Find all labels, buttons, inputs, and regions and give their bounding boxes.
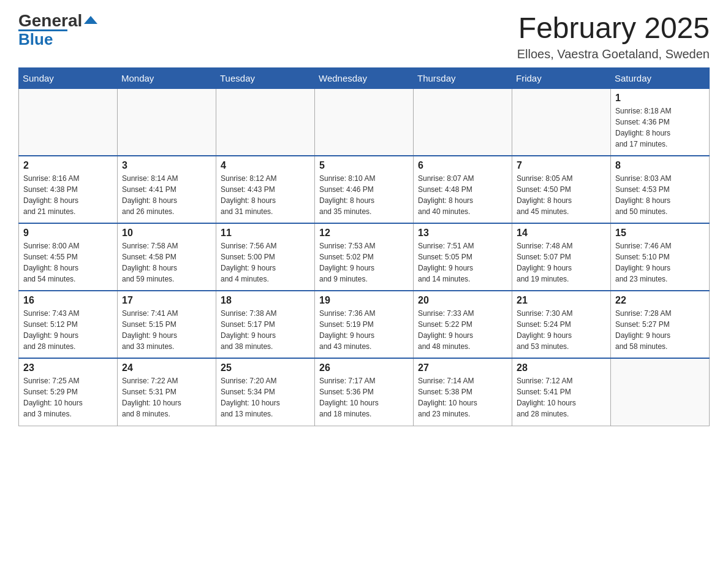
day-number: 24 xyxy=(122,362,211,373)
day-info: Sunrise: 7:17 AM Sunset: 5:36 PM Dayligh… xyxy=(319,375,409,419)
day-number: 13 xyxy=(418,228,507,239)
calendar-cell: 22Sunrise: 7:28 AM Sunset: 5:27 PM Dayli… xyxy=(611,291,710,358)
calendar-header-row: SundayMondayTuesdayWednesdayThursdayFrid… xyxy=(19,67,710,88)
day-info: Sunrise: 8:00 AM Sunset: 4:55 PM Dayligh… xyxy=(23,240,113,285)
logo-arrow-icon xyxy=(84,16,97,24)
day-number: 5 xyxy=(319,160,409,171)
calendar-cell: 18Sunrise: 7:38 AM Sunset: 5:17 PM Dayli… xyxy=(216,291,315,358)
day-number: 7 xyxy=(517,160,606,171)
day-number: 20 xyxy=(418,295,507,306)
day-number: 21 xyxy=(517,295,606,306)
day-info: Sunrise: 7:22 AM Sunset: 5:31 PM Dayligh… xyxy=(122,375,211,419)
day-number: 26 xyxy=(319,362,409,373)
calendar-cell: 4Sunrise: 8:12 AM Sunset: 4:43 PM Daylig… xyxy=(216,156,315,223)
calendar-cell xyxy=(19,88,118,156)
calendar-cell: 21Sunrise: 7:30 AM Sunset: 5:24 PM Dayli… xyxy=(512,291,611,358)
day-info: Sunrise: 7:48 AM Sunset: 5:07 PM Dayligh… xyxy=(517,240,606,285)
day-number: 22 xyxy=(615,295,705,306)
calendar-cell: 8Sunrise: 8:03 AM Sunset: 4:53 PM Daylig… xyxy=(611,156,710,223)
day-info: Sunrise: 7:14 AM Sunset: 5:38 PM Dayligh… xyxy=(418,375,507,419)
calendar-cell: 27Sunrise: 7:14 AM Sunset: 5:38 PM Dayli… xyxy=(414,358,512,426)
weekday-header-thursday: Thursday xyxy=(414,67,512,88)
day-info: Sunrise: 8:05 AM Sunset: 4:50 PM Dayligh… xyxy=(517,173,606,217)
month-title: February 2025 xyxy=(517,12,710,45)
calendar-week-row: 1Sunrise: 8:18 AM Sunset: 4:36 PM Daylig… xyxy=(19,88,710,156)
day-number: 14 xyxy=(517,228,606,239)
day-info: Sunrise: 7:58 AM Sunset: 4:58 PM Dayligh… xyxy=(122,240,211,285)
calendar-cell xyxy=(216,88,315,156)
day-info: Sunrise: 8:07 AM Sunset: 4:48 PM Dayligh… xyxy=(418,173,507,217)
calendar-cell: 5Sunrise: 8:10 AM Sunset: 4:46 PM Daylig… xyxy=(315,156,414,223)
day-info: Sunrise: 7:53 AM Sunset: 5:02 PM Dayligh… xyxy=(319,240,409,285)
day-number: 9 xyxy=(23,228,113,239)
calendar-week-row: 9Sunrise: 8:00 AM Sunset: 4:55 PM Daylig… xyxy=(19,223,710,291)
day-info: Sunrise: 8:14 AM Sunset: 4:41 PM Dayligh… xyxy=(122,173,211,217)
calendar-cell: 2Sunrise: 8:16 AM Sunset: 4:38 PM Daylig… xyxy=(19,156,118,223)
day-info: Sunrise: 7:46 AM Sunset: 5:10 PM Dayligh… xyxy=(615,240,705,285)
day-number: 2 xyxy=(23,160,113,171)
weekday-header-wednesday: Wednesday xyxy=(315,67,414,88)
day-number: 23 xyxy=(23,362,113,373)
calendar-cell: 19Sunrise: 7:36 AM Sunset: 5:19 PM Dayli… xyxy=(315,291,414,358)
calendar-cell xyxy=(315,88,414,156)
weekday-header-friday: Friday xyxy=(512,67,611,88)
day-info: Sunrise: 8:18 AM Sunset: 4:36 PM Dayligh… xyxy=(615,105,705,150)
weekday-header-monday: Monday xyxy=(118,67,216,88)
calendar-cell: 25Sunrise: 7:20 AM Sunset: 5:34 PM Dayli… xyxy=(216,358,315,426)
day-info: Sunrise: 8:03 AM Sunset: 4:53 PM Dayligh… xyxy=(615,173,705,217)
calendar-cell: 26Sunrise: 7:17 AM Sunset: 5:36 PM Dayli… xyxy=(315,358,414,426)
calendar-cell xyxy=(512,88,611,156)
calendar-table: SundayMondayTuesdayWednesdayThursdayFrid… xyxy=(18,67,710,426)
day-info: Sunrise: 7:36 AM Sunset: 5:19 PM Dayligh… xyxy=(319,308,409,352)
day-number: 12 xyxy=(319,228,409,239)
day-number: 11 xyxy=(221,228,310,239)
calendar-cell: 6Sunrise: 8:07 AM Sunset: 4:48 PM Daylig… xyxy=(414,156,512,223)
day-info: Sunrise: 7:20 AM Sunset: 5:34 PM Dayligh… xyxy=(221,375,310,419)
day-number: 6 xyxy=(418,160,507,171)
day-info: Sunrise: 8:10 AM Sunset: 4:46 PM Dayligh… xyxy=(319,173,409,217)
title-block: February 2025 Elloes, Vaestra Goetaland,… xyxy=(517,12,710,61)
calendar-cell xyxy=(118,88,216,156)
day-info: Sunrise: 8:16 AM Sunset: 4:38 PM Dayligh… xyxy=(23,173,113,217)
calendar-cell: 12Sunrise: 7:53 AM Sunset: 5:02 PM Dayli… xyxy=(315,223,414,291)
day-number: 10 xyxy=(122,228,211,239)
day-number: 19 xyxy=(319,295,409,306)
calendar-cell: 11Sunrise: 7:56 AM Sunset: 5:00 PM Dayli… xyxy=(216,223,315,291)
day-number: 28 xyxy=(517,362,606,373)
day-info: Sunrise: 7:41 AM Sunset: 5:15 PM Dayligh… xyxy=(122,308,211,352)
calendar-cell: 23Sunrise: 7:25 AM Sunset: 5:29 PM Dayli… xyxy=(19,358,118,426)
day-number: 25 xyxy=(221,362,310,373)
weekday-header-sunday: Sunday xyxy=(19,67,118,88)
day-number: 8 xyxy=(615,160,705,171)
calendar-cell xyxy=(414,88,512,156)
calendar-cell: 1Sunrise: 8:18 AM Sunset: 4:36 PM Daylig… xyxy=(611,88,710,156)
calendar-week-row: 16Sunrise: 7:43 AM Sunset: 5:12 PM Dayli… xyxy=(19,291,710,358)
day-info: Sunrise: 7:51 AM Sunset: 5:05 PM Dayligh… xyxy=(418,240,507,285)
day-info: Sunrise: 8:12 AM Sunset: 4:43 PM Dayligh… xyxy=(221,173,310,217)
day-info: Sunrise: 7:30 AM Sunset: 5:24 PM Dayligh… xyxy=(517,308,606,352)
day-info: Sunrise: 7:25 AM Sunset: 5:29 PM Dayligh… xyxy=(23,375,113,419)
calendar-cell: 24Sunrise: 7:22 AM Sunset: 5:31 PM Dayli… xyxy=(118,358,216,426)
logo: General Blue xyxy=(18,12,97,47)
calendar-week-row: 23Sunrise: 7:25 AM Sunset: 5:29 PM Dayli… xyxy=(19,358,710,426)
calendar-cell: 17Sunrise: 7:41 AM Sunset: 5:15 PM Dayli… xyxy=(118,291,216,358)
calendar-cell: 28Sunrise: 7:12 AM Sunset: 5:41 PM Dayli… xyxy=(512,358,611,426)
day-number: 4 xyxy=(221,160,310,171)
day-number: 17 xyxy=(122,295,211,306)
day-info: Sunrise: 7:12 AM Sunset: 5:41 PM Dayligh… xyxy=(517,375,606,419)
calendar-week-row: 2Sunrise: 8:16 AM Sunset: 4:38 PM Daylig… xyxy=(19,156,710,223)
logo-text-blue: Blue xyxy=(18,31,53,47)
day-info: Sunrise: 7:43 AM Sunset: 5:12 PM Dayligh… xyxy=(23,308,113,352)
calendar-cell: 9Sunrise: 8:00 AM Sunset: 4:55 PM Daylig… xyxy=(19,223,118,291)
day-number: 16 xyxy=(23,295,113,306)
calendar-cell: 14Sunrise: 7:48 AM Sunset: 5:07 PM Dayli… xyxy=(512,223,611,291)
day-number: 15 xyxy=(615,228,705,239)
day-info: Sunrise: 7:28 AM Sunset: 5:27 PM Dayligh… xyxy=(615,308,705,352)
calendar-cell xyxy=(611,358,710,426)
logo-text-general: General xyxy=(18,12,82,29)
calendar-cell: 16Sunrise: 7:43 AM Sunset: 5:12 PM Dayli… xyxy=(19,291,118,358)
day-number: 18 xyxy=(221,295,310,306)
location-text: Elloes, Vaestra Goetaland, Sweden xyxy=(517,47,710,61)
weekday-header-saturday: Saturday xyxy=(611,67,710,88)
day-info: Sunrise: 7:56 AM Sunset: 5:00 PM Dayligh… xyxy=(221,240,310,285)
